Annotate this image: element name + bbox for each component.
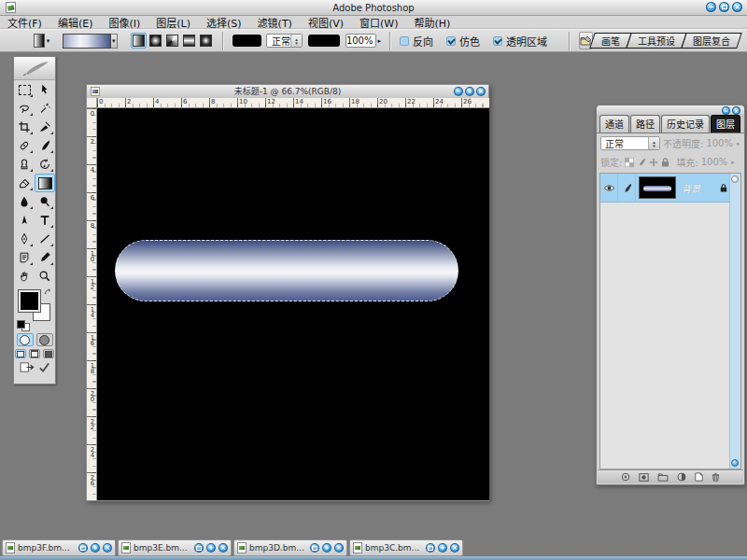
angle-gradient-button[interactable]	[164, 33, 180, 49]
fullscreen-button[interactable]	[43, 349, 54, 358]
tool-dodge[interactable]	[35, 192, 55, 211]
layer-thumbnail[interactable]	[639, 176, 676, 199]
lock-image-icon[interactable]	[637, 158, 646, 167]
tool-path-selection[interactable]	[14, 211, 35, 230]
menu-item-6[interactable]: 视图(V)	[308, 15, 344, 30]
tab-tool-presets[interactable]: 工具预设	[626, 33, 687, 49]
taskbar-window-bmp3C[interactable]: bmp3C.bm... + ×	[349, 539, 463, 556]
swap-colors-icon[interactable]	[44, 288, 52, 297]
tool-gradient[interactable]	[35, 174, 55, 192]
task-close-button[interactable]: ×	[218, 543, 228, 553]
palette-menu-icon[interactable]: ›	[737, 121, 740, 131]
tool-pen[interactable]	[14, 230, 35, 248]
document-titlebar[interactable]: 未标题-1 @ 66.7%(RGB/8) − + ×	[87, 85, 488, 99]
canvas[interactable]	[97, 108, 489, 500]
transparency-checkbox[interactable]	[493, 36, 502, 46]
task-close-button[interactable]: ×	[334, 543, 344, 553]
tab-paths[interactable]: 路径	[630, 115, 660, 133]
reflected-gradient-button[interactable]	[181, 33, 197, 49]
tool-dropdown-arrow-icon[interactable]: ▾	[47, 37, 50, 45]
tool-hand[interactable]	[14, 267, 35, 286]
task-close-button[interactable]: ×	[103, 543, 112, 553]
linear-gradient-button[interactable]	[131, 33, 147, 49]
tool-magic-wand[interactable]	[35, 99, 55, 118]
tool-line[interactable]	[35, 230, 55, 248]
visibility-toggle[interactable]	[600, 174, 618, 202]
taskbar-window-bmp3E[interactable]: bmp3E.bm... + ×	[118, 539, 232, 556]
tool-history-brush[interactable]	[35, 155, 55, 174]
opacity-input[interactable]: 100%	[345, 34, 377, 48]
menu-item-2[interactable]: 图像(I)	[108, 15, 140, 30]
lock-transparency-icon[interactable]	[625, 158, 634, 167]
menu-item-8[interactable]: 帮助(H)	[414, 15, 450, 30]
restore-button[interactable]	[719, 2, 729, 12]
doc-maximize-button[interactable]: +	[465, 87, 474, 96]
tab-layers[interactable]: 图层	[711, 115, 740, 133]
delete-layer-button[interactable]	[712, 472, 720, 482]
layer-row-background[interactable]: 背景	[600, 174, 740, 203]
layer-name[interactable]: 背景	[676, 181, 720, 195]
tab-channels[interactable]: 通道	[599, 115, 629, 133]
menu-item-5[interactable]: 滤镜(T)	[258, 15, 292, 30]
close-button[interactable]: ×	[732, 2, 742, 12]
task-restore-button[interactable]	[78, 543, 88, 553]
tool-blur[interactable]	[14, 192, 35, 211]
layers-blend-mode-select[interactable]: 正常 ▴▾	[600, 136, 660, 150]
palette-close-button[interactable]: ×	[732, 106, 740, 115]
menu-item-0[interactable]: 文件(F)	[7, 15, 42, 30]
tab-layer-comps[interactable]: 图层复合	[681, 33, 742, 49]
menu-item-4[interactable]: 选择(S)	[206, 15, 242, 30]
tool-brush[interactable]	[35, 136, 55, 155]
tool-move[interactable]	[35, 80, 55, 99]
tool-eyedropper[interactable]	[35, 248, 55, 267]
tool-zoom[interactable]	[35, 267, 55, 286]
dither-checkbox[interactable]	[446, 36, 456, 46]
taskbar-window-bmp3D[interactable]: bmp3D.bm... + ×	[233, 539, 347, 556]
fullscreen-menubar-button[interactable]	[29, 349, 40, 358]
lock-all-icon[interactable]	[661, 158, 669, 167]
standard-mode-button[interactable]	[17, 333, 34, 346]
palette-minimize-button[interactable]: −	[722, 106, 730, 115]
task-maximize-button[interactable]: +	[438, 543, 447, 553]
new-layer-button[interactable]	[695, 472, 703, 482]
minimize-button[interactable]: −	[706, 2, 716, 12]
reverse-checkbox[interactable]	[400, 36, 409, 46]
new-group-button[interactable]	[657, 473, 669, 482]
diamond-gradient-button[interactable]	[198, 33, 214, 49]
tool-healing-brush[interactable]	[14, 136, 35, 155]
default-colors-icon[interactable]	[17, 320, 25, 329]
menu-item-3[interactable]: 图层(L)	[156, 15, 190, 30]
task-close-button[interactable]: ×	[450, 543, 459, 553]
quick-mask-mode-button[interactable]	[36, 333, 53, 346]
tool-lasso[interactable]	[14, 99, 35, 118]
menu-item-7[interactable]: 窗口(W)	[359, 15, 398, 30]
tool-notes[interactable]	[14, 248, 35, 267]
layer-style-button[interactable]	[621, 472, 630, 482]
palette-scrollbar[interactable]	[729, 174, 740, 469]
add-mask-button[interactable]	[639, 473, 649, 482]
gradient-preview[interactable]	[63, 34, 111, 49]
lock-position-icon[interactable]	[649, 158, 658, 167]
tool-type[interactable]	[35, 211, 55, 230]
adjustment-layer-button[interactable]	[677, 472, 686, 482]
task-restore-button[interactable]	[426, 543, 435, 553]
taskbar-window-bmp3F[interactable]: bmp3F.bm... + ×	[2, 539, 116, 556]
task-restore-button[interactable]	[310, 543, 319, 553]
blend-mode-select[interactable]: 正常 ▴▾	[266, 34, 303, 48]
scrollbar-down-button[interactable]	[731, 459, 739, 467]
foreground-color-swatch[interactable]	[19, 290, 40, 312]
task-maximize-button[interactable]: +	[91, 543, 100, 553]
menu-item-1[interactable]: 编辑(E)	[58, 15, 93, 30]
tool-crop[interactable]	[14, 118, 35, 136]
tool-eraser[interactable]	[14, 174, 35, 192]
standard-screen-button[interactable]	[15, 349, 26, 358]
task-maximize-button[interactable]: +	[322, 543, 331, 553]
doc-minimize-button[interactable]: −	[454, 87, 463, 96]
tool-slice[interactable]	[35, 118, 55, 136]
task-maximize-button[interactable]: +	[206, 543, 216, 553]
tab-history[interactable]: 历史记录	[661, 115, 710, 133]
gradient-picker-arrow-icon[interactable]: ▾	[111, 34, 118, 49]
tool-clone-stamp[interactable]	[14, 155, 35, 174]
edit-in-imageready-button[interactable]	[20, 361, 35, 373]
doc-close-button[interactable]: ×	[476, 87, 486, 96]
